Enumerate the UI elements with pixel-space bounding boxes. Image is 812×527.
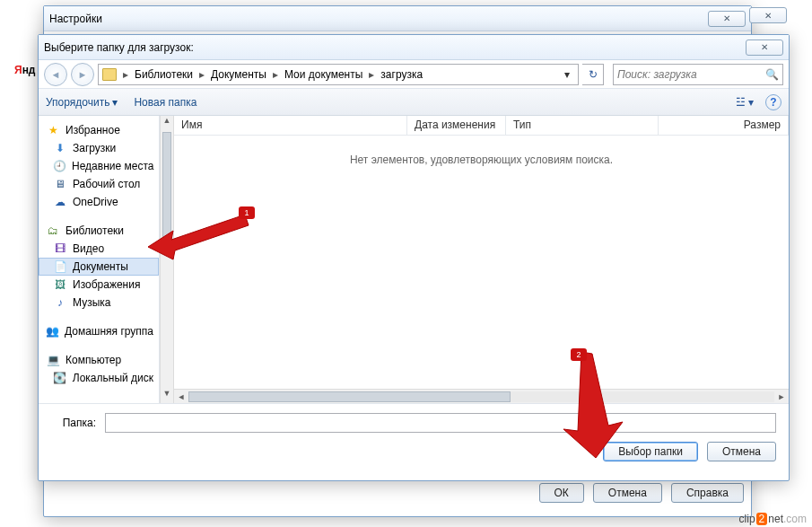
select-folder-button[interactable]: Выбор папки	[603, 442, 698, 461]
nav-localdisk[interactable]: 💽Локальный диск	[39, 369, 159, 387]
disk-icon: 💽	[53, 371, 67, 385]
navigation-pane: ★Избранное ⬇Загрузки 🕘Недавние места 🖥Ра…	[39, 116, 160, 403]
background-brand: Янд	[14, 56, 36, 79]
documents-icon: 📄	[53, 259, 67, 274]
star-icon: ★	[46, 123, 60, 137]
help-button[interactable]: Справка	[671, 483, 744, 503]
search-input[interactable]	[617, 68, 765, 81]
nav-libraries[interactable]: 🗂Библиотеки	[39, 222, 159, 240]
dialog-footer: Папка: Выбор папки Отмена	[39, 403, 789, 470]
computer-icon: 💻	[46, 353, 60, 367]
column-size[interactable]: Размер	[659, 116, 789, 135]
chevron-right-icon: ▸	[367, 68, 376, 81]
file-list-area: Имя Дата изменения Тип Размер Нет элемен…	[174, 116, 789, 403]
breadcrumb-item[interactable]: загрузка	[378, 68, 425, 81]
address-bar: ◄ ► ▸ Библиотеки ▸ Документы ▸ Мои докум…	[39, 60, 789, 89]
column-type[interactable]: Тип	[506, 116, 659, 135]
nav-computer[interactable]: 💻Компьютер	[39, 351, 159, 369]
video-icon: 🎞	[53, 242, 67, 256]
nav-music[interactable]: ♪Музыка	[39, 294, 159, 312]
folder-browse-dialog: Выберите папку для загрузок: ✕ ◄ ► ▸ Биб…	[38, 34, 790, 481]
nav-recent[interactable]: 🕘Недавние места	[39, 157, 159, 175]
new-folder-button[interactable]: Новая папка	[134, 96, 196, 109]
close-icon: ✕	[761, 42, 768, 52]
nav-homegroup[interactable]: 👥Домашняя группа	[39, 322, 159, 340]
dialog-titlebar[interactable]: Выберите папку для загрузок: ✕	[39, 35, 789, 60]
breadcrumb-item[interactable]: Библиотеки	[132, 68, 196, 81]
forward-button[interactable]: ►	[71, 63, 94, 86]
pictures-icon: 🖼	[53, 277, 67, 292]
folder-label: Папка:	[51, 417, 96, 429]
column-headers: Имя Дата изменения Тип Размер	[174, 116, 789, 136]
watermark: clip2net.com	[739, 513, 807, 525]
cancel-button[interactable]: Отмена	[593, 483, 662, 503]
ok-button[interactable]: ОК	[539, 483, 584, 503]
cancel-button[interactable]: Отмена	[707, 442, 776, 461]
refresh-button[interactable]: ↻	[582, 64, 604, 85]
chevron-down-icon: ▾	[112, 96, 118, 109]
background-close-button[interactable]: ✕	[749, 7, 787, 23]
close-icon: ✕	[764, 11, 772, 21]
help-icon[interactable]: ?	[765, 94, 781, 110]
column-name[interactable]: Имя	[174, 116, 407, 135]
nav-pictures[interactable]: 🖼Изображения	[39, 276, 159, 294]
scroll-up-button[interactable]: ▲	[161, 116, 173, 130]
nav-video[interactable]: 🎞Видео	[39, 240, 159, 258]
chevron-right-icon: ▸	[121, 68, 130, 81]
nav-downloads[interactable]: ⬇Загрузки	[39, 139, 159, 157]
close-button[interactable]: ✕	[746, 40, 783, 56]
settings-title: Настройки	[49, 13, 708, 25]
scroll-thumb[interactable]	[188, 391, 511, 402]
homegroup-icon: 👥	[46, 324, 59, 338]
nav-scrollbar[interactable]: ▲ ▼	[160, 116, 174, 403]
onedrive-icon: ☁	[53, 195, 67, 209]
view-options-button[interactable]: ☳ ▾	[733, 93, 756, 111]
nav-documents[interactable]: 📄Документы	[39, 258, 159, 276]
breadcrumb-dropdown[interactable]: ▾	[560, 68, 574, 81]
search-box[interactable]: 🔍	[613, 64, 783, 85]
toolbar: Упорядочить▾ Новая папка ☳ ▾ ?	[39, 89, 789, 116]
scroll-thumb[interactable]	[162, 132, 171, 247]
nav-favorites[interactable]: ★Избранное	[39, 121, 159, 139]
close-button[interactable]: ✕	[708, 11, 746, 27]
recent-icon: 🕘	[53, 159, 66, 173]
main-area: ★Избранное ⬇Загрузки 🕘Недавние места 🖥Ра…	[39, 116, 789, 403]
download-icon: ⬇	[53, 141, 67, 155]
music-icon: ♪	[53, 295, 67, 310]
libraries-icon: 🗂	[46, 224, 60, 238]
nav-desktop[interactable]: 🖥Рабочий стол	[39, 175, 159, 193]
column-date[interactable]: Дата изменения	[407, 116, 506, 135]
back-button[interactable]: ◄	[44, 63, 67, 86]
organize-button[interactable]: Упорядочить▾	[46, 96, 118, 109]
horizontal-scrollbar[interactable]: ◄ ►	[174, 389, 789, 403]
folder-input[interactable]	[105, 413, 776, 433]
nav-onedrive[interactable]: ☁OneDrive	[39, 193, 159, 211]
breadcrumb-item[interactable]: Мои документы	[282, 68, 365, 81]
settings-titlebar[interactable]: Настройки ✕	[44, 6, 751, 31]
desktop-icon: 🖥	[53, 177, 67, 191]
search-icon[interactable]: 🔍	[765, 68, 779, 81]
chevron-right-icon: ▸	[271, 68, 280, 81]
dialog-title: Выберите папку для загрузок:	[44, 41, 746, 54]
scroll-down-button[interactable]: ▼	[161, 389, 173, 403]
folder-icon	[102, 68, 117, 81]
breadcrumb-item[interactable]: Документы	[208, 68, 269, 81]
close-icon: ✕	[723, 13, 730, 23]
chevron-right-icon: ▸	[197, 68, 206, 81]
scroll-right-button[interactable]: ►	[774, 392, 789, 401]
scroll-left-button[interactable]: ◄	[174, 392, 188, 401]
breadcrumb-bar[interactable]: ▸ Библиотеки ▸ Документы ▸ Мои документы…	[98, 64, 579, 85]
empty-message: Нет элементов, удовлетворяющих условиям …	[174, 136, 789, 389]
